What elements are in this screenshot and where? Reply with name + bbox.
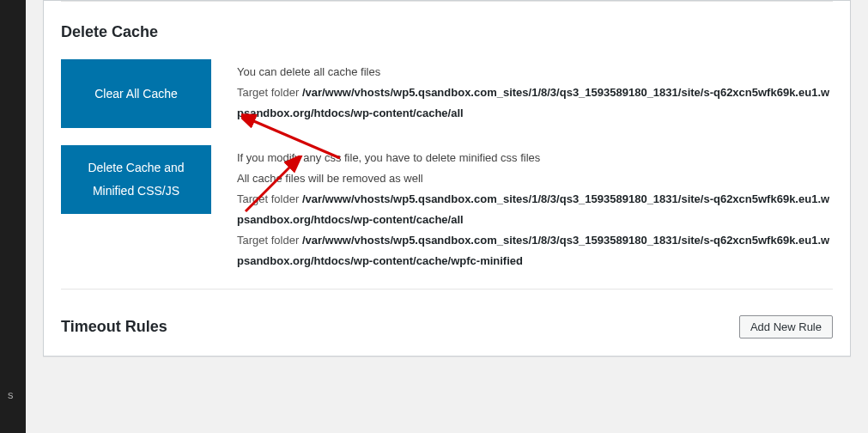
- target-folder-label: Target folder: [237, 192, 302, 205]
- add-new-rule-button[interactable]: Add New Rule: [739, 315, 833, 338]
- clear-all-cache-text: You can delete all cache files: [237, 62, 833, 82]
- clear-all-cache-button[interactable]: Clear All Cache: [61, 59, 211, 128]
- divider-mid: [61, 289, 833, 290]
- delete-minified-description: If you modify any css file, you have to …: [211, 145, 833, 271]
- target-folder-path: /var/www/vhosts/wp5.qsandbox.com_sites/1…: [237, 234, 829, 267]
- divider-top: [61, 1, 833, 2]
- delete-minified-text-2: All cache files will be removed as well: [237, 168, 833, 189]
- main-content: Delete Cache Clear All Cache You can del…: [26, 0, 868, 433]
- clear-all-cache-description: You can delete all cache files Target fo…: [211, 59, 833, 124]
- delete-cache-minified-button[interactable]: Delete Cache and Minified CSS/JS: [61, 145, 211, 214]
- target-folder-label: Target folder: [237, 86, 302, 99]
- clear-all-cache-row: Clear All Cache You can delete all cache…: [61, 59, 833, 128]
- settings-panel: Delete Cache Clear All Cache You can del…: [43, 0, 851, 357]
- admin-sidebar-fragment: s: [8, 387, 14, 404]
- target-folder-path: /var/www/vhosts/wp5.qsandbox.com_sites/1…: [237, 86, 829, 119]
- target-folder-label: Target folder: [237, 234, 302, 247]
- delete-minified-row: Delete Cache and Minified CSS/JS If you …: [61, 145, 833, 271]
- clear-all-cache-target-line: Target folder /var/www/vhosts/wp5.qsandb…: [237, 82, 833, 124]
- timeout-rules-row: Timeout Rules Add New Rule: [61, 315, 833, 338]
- target-folder-path: /var/www/vhosts/wp5.qsandbox.com_sites/1…: [237, 192, 829, 226]
- admin-sidebar: s: [0, 0, 26, 433]
- delete-minified-text-1: If you modify any css file, you have to …: [237, 148, 833, 168]
- delete-minified-target-line-1: Target folder /var/www/vhosts/wp5.qsandb…: [237, 189, 833, 230]
- timeout-rules-heading: Timeout Rules: [61, 315, 167, 338]
- delete-cache-heading: Delete Cache: [61, 21, 833, 44]
- delete-minified-target-line-2: Target folder /var/www/vhosts/wp5.qsandb…: [237, 230, 833, 271]
